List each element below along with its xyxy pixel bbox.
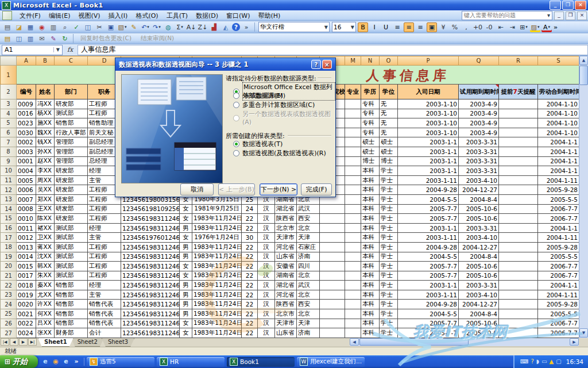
cell[interactable]: 女	[180, 204, 192, 214]
row-header[interactable]: 10	[1, 166, 17, 176]
cell[interactable]: 0018	[17, 281, 36, 290]
cell[interactable]: 2003-1-1	[398, 137, 459, 147]
cell[interactable]: 汉	[258, 290, 275, 300]
cell[interactable]: 学士	[380, 252, 398, 262]
cell[interactable]	[499, 300, 538, 309]
cell[interactable]	[345, 137, 361, 147]
radio-option[interactable]: 另一个数据透视表或数据透视图(A)	[233, 110, 335, 126]
cell[interactable]: 张XX	[36, 328, 55, 338]
cell[interactable]: 无	[380, 118, 398, 128]
cell[interactable]: 研发部	[55, 204, 88, 214]
menu-item[interactable]: 工具(T)	[163, 10, 192, 21]
cell[interactable]: 22	[242, 252, 258, 262]
cell[interactable]: 周XX	[36, 175, 55, 185]
cell[interactable]: 1983年11月24日	[192, 309, 242, 319]
row-header[interactable]: 19	[1, 252, 17, 262]
display-icon[interactable]: ▢	[556, 358, 561, 366]
cell[interactable]: 1983年11月24日	[192, 281, 242, 290]
header-cell[interactable]: 入司日期	[398, 85, 459, 99]
cell[interactable]: 男	[180, 309, 192, 319]
cell[interactable]: 2005-10-6	[459, 271, 499, 281]
chart-wizard-icon[interactable]: ▟	[209, 22, 219, 32]
minimize-button[interactable]: _	[550, 1, 561, 10]
cell[interactable]: 学士	[380, 300, 398, 309]
start-button[interactable]: ⊞ 开始	[0, 355, 38, 368]
cell[interactable]: 施XX	[36, 118, 55, 128]
cell[interactable]: 2003-3-31	[459, 281, 499, 290]
cell[interactable]: 2004-1-10	[538, 99, 579, 109]
cell[interactable]: 学士	[380, 281, 398, 290]
column-header[interactable]: B	[36, 56, 55, 66]
cell[interactable]: 0005	[17, 175, 36, 185]
row-header[interactable]: 18	[1, 242, 17, 252]
cell[interactable]: 2006-7-7	[538, 319, 579, 328]
cell[interactable]: 汉	[258, 328, 275, 338]
cell[interactable]: 专科	[361, 109, 380, 118]
cell[interactable]: 天津市	[275, 319, 297, 328]
align-left-icon[interactable]: ≡	[392, 22, 403, 32]
cell[interactable]: 1983年11月24日	[192, 223, 242, 233]
cell[interactable]: 2005-10-6	[459, 214, 499, 224]
cell[interactable]: 本科	[361, 185, 380, 195]
cell[interactable]: 销售部	[55, 309, 88, 319]
cell[interactable]	[320, 300, 345, 309]
cell[interactable]: 0011	[17, 223, 36, 233]
italic-icon[interactable]: I	[369, 22, 380, 32]
cell[interactable]	[499, 309, 538, 319]
cell[interactable]: 2003-1-11	[398, 175, 459, 185]
column-header[interactable]: Q	[459, 56, 499, 66]
header-cell[interactable]: 部门	[55, 85, 88, 99]
cell[interactable]: 研发部	[55, 194, 88, 204]
cell[interactable]: 本科	[361, 175, 380, 185]
close-button[interactable]: ×	[575, 1, 586, 10]
cell[interactable]: 22	[242, 271, 258, 281]
cell[interactable]: 汉	[258, 300, 275, 309]
cell[interactable]: 本科	[361, 214, 380, 224]
cell[interactable]: 本科	[361, 271, 380, 281]
cell[interactable]: 汉	[258, 242, 275, 252]
row-header[interactable]: 3	[1, 99, 17, 109]
cell[interactable]: 学士	[380, 175, 398, 185]
align-right-icon[interactable]: ≡	[415, 22, 425, 32]
radio-option[interactable]: 外部数据源(E)	[233, 91, 283, 100]
cell[interactable]: 2003-1-10	[398, 109, 459, 118]
cell[interactable]	[499, 156, 538, 166]
merge-center-icon[interactable]: ▣	[427, 22, 437, 32]
cell[interactable]: 财务部	[55, 328, 88, 338]
cell[interactable]: 女	[180, 319, 192, 328]
cell[interactable]: 钱XX	[36, 137, 55, 147]
chevron-down-icon[interactable]: ▼	[324, 25, 328, 30]
cell[interactable]: 22	[242, 290, 258, 300]
cell[interactable]: 工程师	[88, 252, 121, 262]
cell[interactable]: 北京	[297, 290, 320, 300]
menu-item[interactable]: 编辑(E)	[45, 10, 75, 21]
radio-icon[interactable]	[233, 93, 239, 99]
taskbar-task[interactable]: XHR	[157, 357, 225, 367]
cell[interactable]: 工程师	[88, 214, 121, 224]
cell[interactable]	[320, 204, 345, 214]
fx-icon[interactable]: fx	[67, 46, 73, 53]
cell[interactable]: 12345619831124672j	[121, 319, 180, 328]
cell[interactable]: 2005-10-6	[459, 328, 499, 338]
cell[interactable]: 1983年11月24日	[192, 252, 242, 262]
cell[interactable]: 0024	[17, 328, 36, 338]
open-icon[interactable]: ◪	[14, 22, 24, 32]
cell[interactable]: 本科	[361, 242, 380, 252]
row-header[interactable]: 27	[1, 328, 17, 338]
cell[interactable]: 秦XX	[36, 281, 55, 290]
cell[interactable]: 卫XX	[36, 233, 55, 243]
borders-icon[interactable]: ⊞▾	[519, 22, 529, 32]
network-icon[interactable]: ▭	[541, 358, 547, 366]
cell[interactable]: 0010	[17, 214, 36, 224]
book-restore-button[interactable]: ❐	[566, 12, 575, 20]
cell[interactable]: 2003-1-1	[398, 281, 459, 290]
header-cell[interactable]: 专业	[345, 85, 361, 99]
cell[interactable]: 管理部	[55, 137, 88, 147]
decrease-indent-icon[interactable]: ⇤	[496, 22, 506, 32]
cell[interactable]: 2005-7-7	[398, 214, 459, 224]
cell[interactable]	[499, 194, 538, 204]
row-header[interactable]: 16	[1, 223, 17, 233]
radio-option[interactable]: 数据透视表(T)	[233, 140, 283, 148]
sheet-tab[interactable]: Sheet2	[71, 338, 104, 347]
cell[interactable]: 北京	[297, 271, 320, 281]
